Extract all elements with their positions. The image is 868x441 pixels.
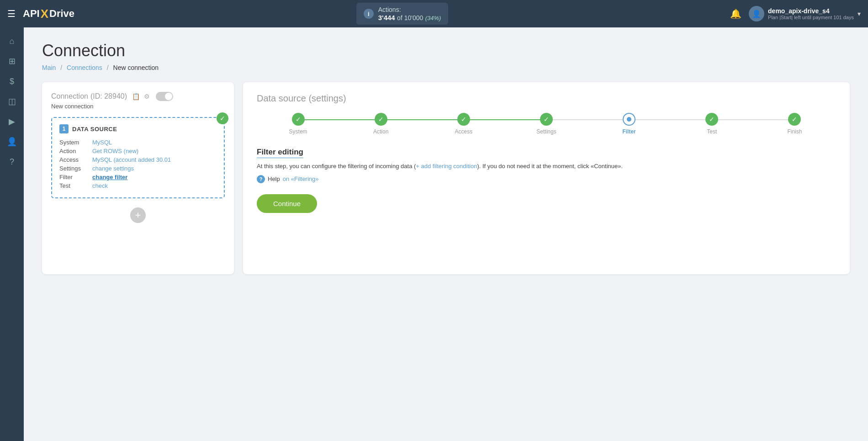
user-menu[interactable]: 👤 demo_apix-drive_s4 Plan |Start| left u…: [749, 6, 861, 21]
step-circle-finish: ✓: [788, 113, 801, 126]
datasource-row-access: Access MySQL (account added 30.01: [59, 156, 217, 163]
step-circle-test: ✓: [705, 113, 718, 126]
actions-used: 3'444: [378, 14, 395, 21]
home-icon: ⌂: [10, 37, 15, 46]
billing-icon: $: [10, 77, 14, 86]
user-avatar: 👤: [749, 6, 764, 21]
datasource-row-settings: Settings change settings: [59, 165, 217, 172]
sidebar-item-tutorials[interactable]: ▶: [3, 112, 21, 131]
ds-val-system[interactable]: MySQL: [92, 139, 112, 146]
notifications-bell-icon[interactable]: 🔔: [730, 8, 741, 19]
datasource-checkmark: ✓: [217, 112, 228, 124]
datasource-row-system: System MySQL: [59, 139, 217, 146]
add-filtering-condition-link[interactable]: + add filtering condition: [416, 163, 477, 170]
step-label-access: Access: [455, 128, 473, 135]
step-label-system: System: [289, 128, 307, 135]
logo-api: API: [23, 8, 40, 20]
main-content: Connection Main / Connections / New conn…: [24, 27, 868, 441]
step-line-test: [712, 119, 794, 120]
add-circle-icon[interactable]: +: [130, 207, 146, 223]
help-text: Help: [268, 175, 280, 182]
breadcrumb-sep-1: /: [60, 64, 62, 71]
datasource-number: 1: [59, 124, 69, 133]
ds-key-system: System: [59, 139, 92, 146]
add-datasource-button[interactable]: +: [51, 207, 225, 223]
breadcrumb-current: New connection: [113, 64, 159, 71]
help-line: ? Help on «Filtering»: [257, 175, 836, 183]
step-filter[interactable]: Filter: [588, 113, 671, 135]
topnav: ☰ APIXDrive i Actions: 3'444 of 10'000 (…: [0, 0, 868, 27]
sidebar-item-plugins[interactable]: ◫: [3, 92, 21, 111]
ds-key-access: Access: [59, 156, 92, 163]
ds-val-settings[interactable]: change settings: [92, 165, 134, 172]
copy-icon[interactable]: 📋: [132, 93, 140, 100]
left-card-title: Connection (ID: 28940) 📋 ⚙: [51, 91, 225, 101]
logo-x: X: [41, 7, 48, 21]
breadcrumb-connections[interactable]: Connections: [67, 64, 102, 71]
toggle-switch[interactable]: [156, 92, 173, 101]
step-system[interactable]: ✓ System: [257, 113, 339, 135]
filter-editing-title: Filter editing: [257, 148, 303, 158]
datasource-header: 1 DATA SOURCE: [59, 124, 217, 133]
step-finish[interactable]: ✓ Finish: [753, 113, 836, 135]
step-dot-filter: [627, 117, 631, 122]
connection-title: Connection: [51, 92, 88, 100]
right-card-title: Data source (settings): [257, 93, 836, 104]
ds-key-filter[interactable]: Filter: [59, 174, 92, 181]
chevron-down-icon: ▾: [857, 10, 861, 17]
ds-val-access[interactable]: MySQL (account added 30.01: [92, 156, 171, 163]
page-title: Connection: [42, 41, 850, 60]
ds-key-test: Test: [59, 182, 92, 189]
tutorials-icon: ▶: [9, 117, 15, 127]
right-card: Data source (settings) ✓ System ✓ Action: [243, 82, 850, 274]
step-circle-access: ✓: [457, 113, 470, 126]
logo-drive: Drive: [49, 8, 74, 20]
sidebar-item-home[interactable]: ⌂: [3, 32, 21, 50]
breadcrumb-main[interactable]: Main: [42, 64, 56, 71]
sidebar: ⌂ ⊞ $ ◫ ▶ 👤 ?: [0, 27, 24, 441]
ds-key-action: Action: [59, 148, 92, 154]
step-access[interactable]: ✓ Access: [422, 113, 505, 135]
step-line-settings: [546, 119, 629, 120]
step-test[interactable]: ✓ Test: [671, 113, 753, 135]
actions-pct: (34%): [425, 15, 441, 21]
step-action[interactable]: ✓ Action: [339, 113, 422, 135]
breadcrumb: Main / Connections / New connection: [42, 64, 850, 71]
connection-id: (ID: 28940): [90, 92, 127, 100]
hamburger-menu[interactable]: ☰: [7, 8, 16, 19]
continue-button[interactable]: Continue: [257, 194, 317, 213]
ds-key-settings: Settings: [59, 165, 92, 172]
step-label-action: Action: [373, 128, 388, 135]
ds-val-filter[interactable]: change filter: [92, 174, 127, 181]
sidebar-item-connections[interactable]: ⊞: [3, 52, 21, 70]
step-line-access: [464, 119, 546, 120]
actions-label: Actions:: [378, 6, 401, 13]
datasource-label: DATA SOURCE: [72, 126, 117, 133]
profile-icon: 👤: [7, 137, 17, 147]
help-filtering-link[interactable]: on «Filtering»: [283, 175, 319, 182]
sidebar-item-help[interactable]: ?: [3, 153, 21, 171]
help-icon: ?: [10, 157, 14, 167]
info-icon: i: [364, 9, 374, 19]
user-plan: Plan |Start| left until payment 101 days: [768, 15, 854, 20]
datasource-row-filter: Filter change filter: [59, 174, 217, 181]
ds-val-action[interactable]: Get ROWS (new): [92, 148, 138, 154]
step-settings[interactable]: ✓ Settings: [505, 113, 587, 135]
datasource-settings-sub: (settings): [308, 93, 346, 103]
help-circle-icon: ?: [257, 175, 265, 183]
filter-editing-section: Filter editing At this step, you can con…: [257, 148, 836, 213]
step-line-action: [381, 119, 464, 120]
settings-gear-icon[interactable]: ⚙: [144, 93, 150, 100]
step-label-finish: Finish: [787, 128, 802, 135]
breadcrumb-sep-2: /: [107, 64, 109, 71]
cards-row: Connection (ID: 28940) 📋 ⚙ New connectio…: [42, 82, 850, 274]
step-label-filter: Filter: [622, 128, 635, 135]
step-line-system: [298, 119, 381, 120]
step-circle-filter: [623, 113, 635, 126]
step-circle-settings: ✓: [540, 113, 553, 126]
sidebar-item-billing[interactable]: $: [3, 72, 21, 90]
sidebar-item-profile[interactable]: 👤: [3, 133, 21, 151]
ds-val-test[interactable]: check: [92, 182, 108, 189]
step-line-filter: [629, 119, 712, 120]
actions-counter: i Actions: 3'444 of 10'000 (34%): [356, 3, 449, 25]
